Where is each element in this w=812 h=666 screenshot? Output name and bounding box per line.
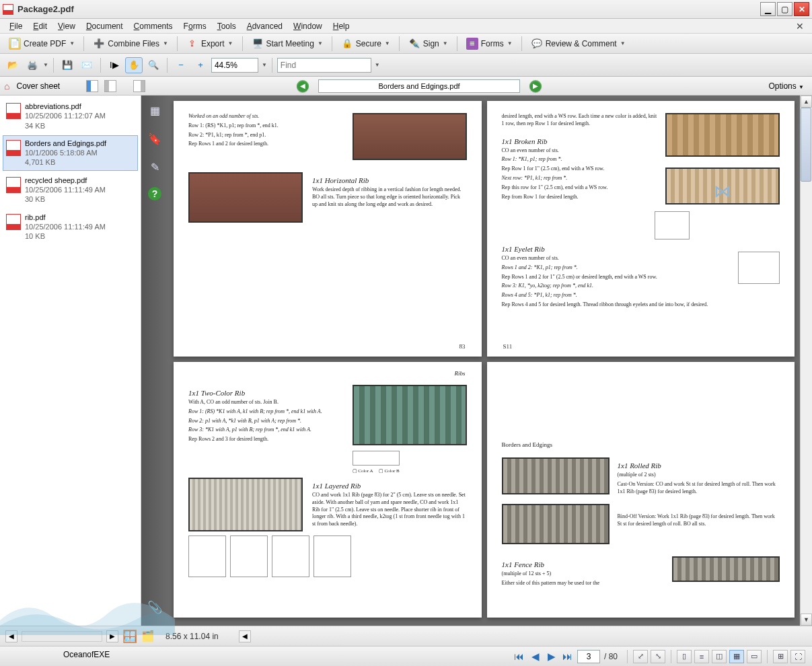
last-page-button[interactable]: ⏭ <box>561 650 575 663</box>
reading-mode-button[interactable]: ⊞ <box>773 650 788 663</box>
minimize-button[interactable]: ▁ <box>760 2 776 16</box>
knit-swatch-eyelet: ⋈ <box>665 168 780 205</box>
create-label: Create PDF <box>24 39 66 48</box>
menu-tools[interactable]: Tools <box>212 20 242 32</box>
menu-close-doc[interactable]: ✕ <box>792 21 808 32</box>
menu-window[interactable]: Window <box>288 20 328 32</box>
next-page-button[interactable]: ▶ <box>545 650 558 663</box>
page-number-input[interactable] <box>577 650 600 663</box>
menu-document[interactable]: Document <box>81 20 128 32</box>
schematic-4 <box>313 535 351 577</box>
signatures-panel-icon[interactable]: ✎ <box>147 159 163 175</box>
file-size: 4,701 KB <box>25 157 106 167</box>
two-up-continuous-button[interactable]: ▦ <box>729 650 744 663</box>
hscroll-track[interactable] <box>22 631 102 642</box>
attachments-icon[interactable]: 📎 <box>147 600 162 615</box>
ribbon-bow-icon: ⋈ <box>714 181 731 202</box>
review-button[interactable]: 💬Review & Comment▼ <box>526 35 630 52</box>
menu-view[interactable]: View <box>52 20 81 32</box>
knit-swatch-teal <box>353 385 467 445</box>
menu-file[interactable]: File <box>4 20 28 32</box>
sidebar-files[interactable]: abbreviations.pdf 10/25/2006 11:12:07 AM… <box>0 96 141 626</box>
scroll-up-button[interactable]: ▲ <box>801 96 812 108</box>
file-item-abbreviations[interactable]: abbreviations.pdf 10/25/2006 11:12:07 AM… <box>3 98 138 134</box>
document-viewport[interactable]: Worked on an odd number of sts. Row 1: (… <box>168 96 800 626</box>
package-nav-header: ⌂ Cover sheet ◀ Borders and Edgings.pdf … <box>0 77 812 96</box>
hscroll-left[interactable]: ◀ <box>5 630 17 642</box>
maximize-button[interactable]: ▢ <box>777 2 792 16</box>
scroll-thumb[interactable] <box>801 108 811 182</box>
hscroll-right[interactable]: ▶ <box>106 630 118 642</box>
start-meeting-button[interactable]: 🖥️Start Meeting▼ <box>247 35 328 52</box>
home-icon[interactable]: ⌂ <box>4 81 9 91</box>
marquee-zoom-tool[interactable]: 🔍 <box>145 57 162 73</box>
title-bar: Package2.pdf ▁ ▢ ✕ <box>0 0 812 19</box>
next-doc-button[interactable]: ▶ <box>529 80 542 92</box>
file-name: recycled sheep.pdf <box>25 176 106 185</box>
zoom-input[interactable] <box>215 61 255 70</box>
page-top-left: Worked on an odd number of sts. Row 1: (… <box>174 101 482 357</box>
find-input[interactable] <box>281 61 368 70</box>
stitch-chart-2 <box>738 252 780 284</box>
hand-tool[interactable]: ✋ <box>125 57 143 73</box>
page-bottom-left: Ribs 1x1 Two-Color Rib With A, CO an odd… <box>174 362 482 618</box>
sign-button[interactable]: ✒️Sign▼ <box>404 35 453 52</box>
how-to-panel-icon[interactable]: ? <box>148 187 161 200</box>
bookmarks-panel-icon[interactable]: 🔖 <box>147 131 163 147</box>
first-page-button[interactable]: ⏮ <box>513 650 526 663</box>
pages-panel-icon[interactable]: ▦ <box>147 102 163 118</box>
continuous-button[interactable]: ≡ <box>694 650 709 663</box>
fit-width-button[interactable]: ⤢ <box>633 650 648 663</box>
start-label: Start Meeting <box>266 39 314 48</box>
menu-advanced[interactable]: Advanced <box>242 20 288 32</box>
print-button[interactable]: 🖨️ <box>24 57 41 73</box>
single-page-button[interactable]: ▯ <box>677 650 692 663</box>
page-dimensions: 8.56 x 11.04 in <box>165 632 219 641</box>
reflow-button[interactable]: ▭ <box>747 650 762 663</box>
panel-left-gray[interactable] <box>104 80 116 92</box>
zoom-out-button[interactable]: − <box>172 57 190 73</box>
export-label: Export <box>201 39 225 48</box>
open-button[interactable]: 📂 <box>4 57 22 73</box>
vertical-scrollbar[interactable]: ▲ ▼ <box>800 96 812 626</box>
export-button[interactable]: ⇪Export▼ <box>182 35 238 52</box>
menu-edit[interactable]: Edit <box>28 20 52 32</box>
file-item-borders[interactable]: Borders and Edgings.pdf 10/1/2006 5:18:0… <box>3 135 138 171</box>
fullscreen-button[interactable]: ⛶ <box>790 650 805 663</box>
menu-forms[interactable]: Forms <box>178 20 212 32</box>
status-bar: ◀ ▶ 🪟 🗂️ 8.56 x 11.04 in ◀ <box>0 626 812 646</box>
sidebar-tools: ▦ 🔖 ✎ ? 📎 <box>141 96 168 626</box>
combine-files-button[interactable]: ➕Combine Files▼ <box>88 35 173 52</box>
email-button[interactable]: ✉️ <box>78 57 96 73</box>
secure-button[interactable]: 🔒Secure▼ <box>336 35 395 52</box>
page-bottom-right: Borders and Edgings 1x1 Rolled Rib (mult… <box>487 362 795 618</box>
fit-page-button[interactable]: ⤡ <box>651 650 665 663</box>
panel-right-gray[interactable] <box>133 80 145 92</box>
menu-comments[interactable]: Comments <box>128 20 178 32</box>
file-item-rib[interactable]: rib.pdf 10/25/2006 11:11:49 AM 10 KB <box>3 209 138 245</box>
prev-doc-button[interactable]: ◀ <box>297 80 309 92</box>
cover-sheet-label[interactable]: Cover sheet <box>13 81 63 91</box>
knit-swatch-brown2 <box>188 172 303 223</box>
combine-label: Combine Files <box>108 39 159 48</box>
stitch-chart-3 <box>353 451 400 466</box>
save-button[interactable]: 💾 <box>59 57 76 73</box>
file-size: 30 KB <box>25 194 106 204</box>
knit-swatch-gray1 <box>502 457 610 494</box>
menu-help[interactable]: Help <box>328 20 355 32</box>
create-pdf-button[interactable]: 📄Create PDF▼ <box>4 35 79 52</box>
panel-left-blue[interactable] <box>86 80 98 92</box>
file-item-recycled[interactable]: recycled sheep.pdf 10/25/2006 11:11:49 A… <box>3 172 138 208</box>
file-size: 10 KB <box>25 231 106 241</box>
close-button[interactable]: ✕ <box>794 2 809 16</box>
prev-page-button[interactable]: ◀ <box>529 650 542 663</box>
two-up-button[interactable]: ◫ <box>712 650 727 663</box>
scroll-down-button[interactable]: ▼ <box>801 614 812 626</box>
menu-bar: File Edit View Document Comments Forms T… <box>0 19 812 34</box>
zoom-in-button[interactable]: + <box>192 57 209 73</box>
select-tool[interactable]: I▶ <box>106 57 123 73</box>
options-menu[interactable]: Options ▼ <box>764 80 808 92</box>
hscroll-doc-left[interactable]: ◀ <box>239 630 251 642</box>
forms-button[interactable]: ≡Forms▼ <box>462 35 517 52</box>
secure-label: Secure <box>356 39 381 48</box>
